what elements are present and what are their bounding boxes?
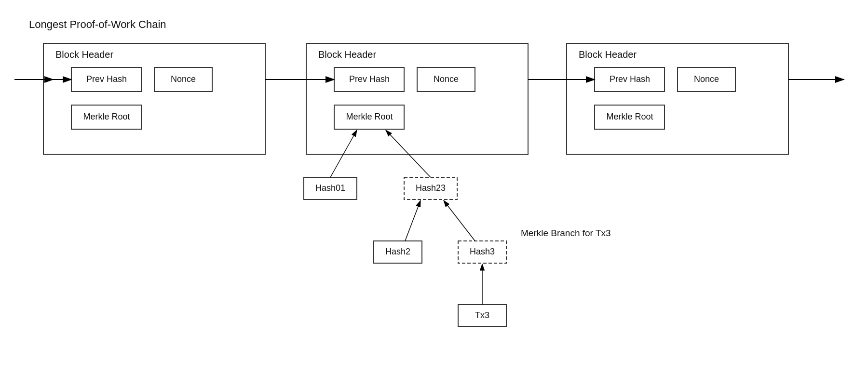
block2-merkleroot-label: Merkle Root xyxy=(346,112,393,121)
block1-merkleroot-label: Merkle Root xyxy=(83,112,130,121)
hash2-label: Hash2 xyxy=(385,247,410,256)
block3-merkleroot-label: Merkle Root xyxy=(606,112,653,121)
hash23-label: Hash23 xyxy=(416,183,446,193)
block2-prevhash-label: Prev Hash xyxy=(349,74,390,84)
page-title: Longest Proof-of-Work Chain xyxy=(29,18,166,30)
hash01-label: Hash01 xyxy=(315,183,345,193)
block2-outer xyxy=(306,43,528,154)
hash3-label: Hash3 xyxy=(470,247,495,256)
block1-prevhash-label: Prev Hash xyxy=(86,74,127,84)
merkle-branch-annotation: Merkle Branch for Tx3 xyxy=(521,228,611,238)
block3-nonce-label: Nonce xyxy=(694,74,719,84)
block3-header-label: Block Header xyxy=(579,49,637,60)
block3-prevhash-label: Prev Hash xyxy=(610,74,650,84)
arrow-hash2-to-hash23 xyxy=(405,200,420,241)
diagram-svg: Longest Proof-of-Work Chain Block Header… xyxy=(0,0,868,373)
block2-header-label: Block Header xyxy=(318,49,376,60)
block1-outer xyxy=(43,43,265,154)
arrow-hash3-to-hash23 xyxy=(444,200,475,241)
tx3-label: Tx3 xyxy=(475,310,489,320)
block3-outer xyxy=(567,43,788,154)
block2-nonce-label: Nonce xyxy=(434,74,459,84)
block1-nonce-label: Nonce xyxy=(171,74,196,84)
block1-header-label: Block Header xyxy=(55,49,113,60)
